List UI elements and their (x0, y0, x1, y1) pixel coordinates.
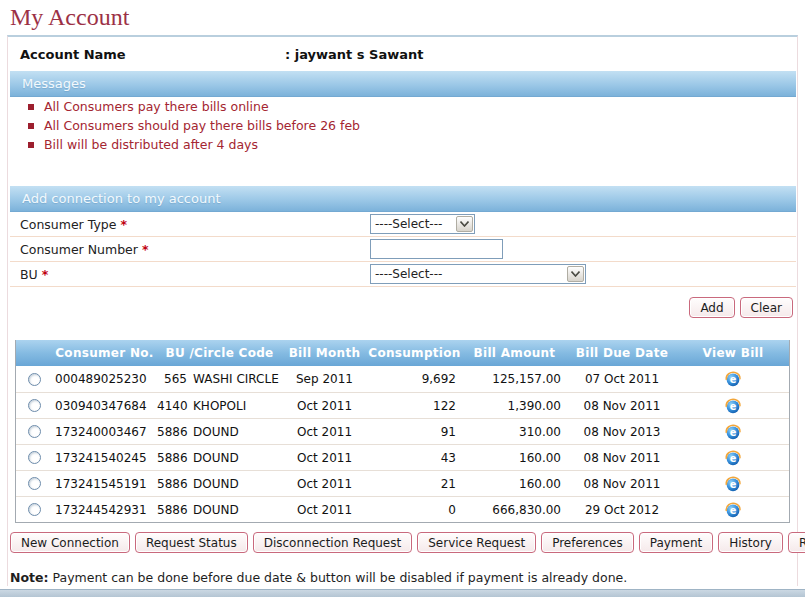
history-button[interactable]: History (718, 532, 783, 553)
cell-consumer-no: 000489025230 (52, 372, 157, 386)
form-action-buttons: Add Clear (689, 297, 793, 318)
bu-selected-value: ----Select--- (375, 267, 442, 281)
consumer-number-label: Consumer Number* (20, 242, 148, 257)
cell-bu-circle-code: 5886 DOUND (157, 477, 282, 491)
row-select-radio[interactable] (28, 451, 41, 464)
clear-button[interactable]: Clear (740, 297, 793, 318)
ie-globe-icon[interactable]: e (724, 501, 742, 519)
col-header-bill-month: Bill Month (282, 346, 367, 360)
cell-bill-amount: 1,390.00 (462, 399, 567, 413)
cell-bu-circle-code: 5886 DOUND (157, 503, 282, 517)
table-row: 173240003467 5886 DOUND Oct 2011 91 310.… (16, 418, 789, 444)
consumer-type-row: Consumer Type* ----Select--- (10, 212, 796, 237)
svg-text:e: e (730, 479, 737, 490)
add-connection-section-header: Add connection to my account (10, 186, 796, 212)
cell-consumer-no: 173241545191 (52, 477, 157, 491)
consumer-number-input[interactable] (370, 239, 503, 259)
message-text: Bill will be distributed after 4 days (44, 137, 258, 152)
table-row: 173244542931 5886 DOUND Oct 2011 0 666,8… (16, 496, 789, 522)
cell-bill-month: Oct 2011 (282, 477, 367, 491)
cell-bu-circle-code: 5886 DOUND (157, 425, 282, 439)
chevron-down-icon[interactable] (567, 266, 584, 282)
account-name-value: : jaywant s Sawant (285, 47, 423, 62)
row-select-radio[interactable] (28, 477, 41, 490)
consumer-number-row: Consumer Number* (10, 237, 796, 262)
message-item: All Consumers pay there bills online (28, 99, 360, 118)
cell-bill-amount: 160.00 (462, 477, 567, 491)
service-request-button[interactable]: Service Request (417, 532, 536, 553)
row-select-radio[interactable] (28, 425, 41, 438)
ie-globe-icon[interactable]: e (724, 370, 742, 388)
messages-section-header: Messages (10, 71, 796, 97)
new-connection-button[interactable]: New Connection (10, 532, 130, 553)
bullet-icon (28, 142, 34, 148)
required-marker: * (142, 242, 149, 257)
cell-bill-month: Oct 2011 (282, 425, 367, 439)
request-status-button[interactable]: Request Status (135, 532, 248, 553)
bottom-divider (0, 589, 805, 597)
cell-bill-amount: 125,157.00 (462, 372, 567, 386)
cell-bu-circle-code: 4140 KHOPOLI (157, 399, 282, 413)
cell-bill-month: Sep 2011 (282, 372, 367, 386)
cell-consumption: 0 (367, 503, 462, 517)
table-row: 000489025230 565 WASHI CIRCLE Sep 2011 9… (16, 366, 789, 392)
col-header-consumption: Consumption (367, 346, 462, 360)
cell-bill-amount: 666,830.00 (462, 503, 567, 517)
preferences-button[interactable]: Preferences (541, 532, 634, 553)
account-name-label: Account Name (20, 47, 126, 62)
consumer-type-select[interactable]: ----Select--- (370, 214, 475, 234)
disconnection-request-button[interactable]: Disconnection Request (253, 532, 413, 553)
row-select-radio[interactable] (28, 373, 41, 386)
payment-note: Note: Payment can be done before due dat… (10, 570, 627, 585)
ie-globe-icon[interactable]: e (724, 449, 742, 467)
add-button[interactable]: Add (689, 297, 734, 318)
message-text: All Consumers pay there bills online (44, 99, 269, 114)
col-header-consumer-no: Consumer No. (52, 346, 157, 360)
cell-bill-due-date: 08 Nov 2011 (567, 451, 677, 465)
consumer-type-selected-value: ----Select--- (375, 217, 442, 231)
consumer-type-label: Consumer Type* (20, 217, 127, 232)
svg-text:e: e (730, 374, 737, 385)
cell-bill-due-date: 08 Nov 2011 (567, 477, 677, 491)
cell-bill-due-date: 29 Oct 2012 (567, 503, 677, 517)
cell-bill-due-date: 07 Oct 2011 (567, 372, 677, 386)
payment-button[interactable]: Payment (639, 532, 714, 553)
cell-consumption: 91 (367, 425, 462, 439)
cell-consumption: 21 (367, 477, 462, 491)
row-select-radio[interactable] (28, 399, 41, 412)
note-label: Note: (10, 570, 49, 585)
bu-select[interactable]: ----Select--- (370, 264, 586, 284)
col-header-bill-due-date: Bill Due Date (567, 346, 677, 360)
col-header-bu-circle-code: BU /Circle Code (157, 346, 282, 360)
cell-bu-circle-code: 5886 DOUND (157, 451, 282, 465)
bullet-icon (28, 104, 34, 110)
cell-consumption: 43 (367, 451, 462, 465)
message-text: All Consumers should pay there bills bef… (44, 118, 360, 133)
cell-consumer-no: 173244542931 (52, 503, 157, 517)
bu-label: BU* (20, 267, 48, 282)
bullet-icon (28, 123, 34, 129)
connections-table: Consumer No. BU /Circle Code Bill Month … (15, 340, 790, 523)
row-select-radio[interactable] (28, 503, 41, 516)
message-item: All Consumers should pay there bills bef… (28, 118, 360, 137)
cell-consumer-no: 173240003467 (52, 425, 157, 439)
cell-consumption: 122 (367, 399, 462, 413)
bu-row: BU* ----Select--- (10, 262, 796, 287)
message-item: Bill will be distributed after 4 days (28, 137, 360, 156)
table-row: 030940347684 4140 KHOPOLI Oct 2011 122 1… (16, 392, 789, 418)
col-header-view-bill: View Bill (677, 346, 789, 360)
ie-globe-icon[interactable]: e (724, 475, 742, 493)
page-title: My Account (10, 4, 129, 31)
remove-button[interactable]: Remove (788, 532, 805, 553)
messages-list: All Consumers pay there bills online All… (28, 99, 360, 156)
cell-bill-amount: 310.00 (462, 425, 567, 439)
col-header-bill-amount: Bill Amount (462, 346, 567, 360)
my-account-page: My Account Account Name : jaywant s Sawa… (0, 0, 805, 597)
cell-bu-circle-code: 565 WASHI CIRCLE (157, 372, 282, 386)
cell-consumer-no: 030940347684 (52, 399, 157, 413)
svg-text:e: e (730, 427, 737, 438)
chevron-down-icon[interactable] (456, 216, 473, 232)
cell-bill-amount: 160.00 (462, 451, 567, 465)
ie-globe-icon[interactable]: e (724, 397, 742, 415)
ie-globe-icon[interactable]: e (724, 423, 742, 441)
